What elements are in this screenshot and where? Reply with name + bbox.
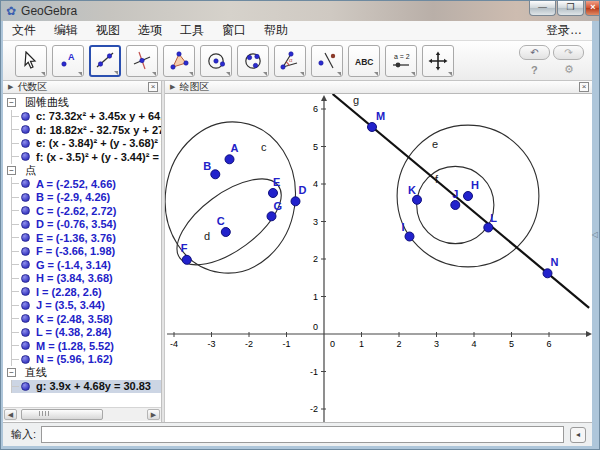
reflect-tool-button[interactable] — [311, 45, 343, 77]
visibility-marble-icon[interactable] — [21, 125, 30, 134]
visibility-marble-icon[interactable] — [21, 112, 30, 121]
visibility-marble-icon[interactable] — [21, 274, 30, 283]
menu-item-0[interactable]: 文件 — [3, 20, 45, 41]
angle-tool-button[interactable]: α — [274, 45, 306, 77]
slider-tool-button[interactable]: a = 2 — [385, 45, 417, 77]
tree-item[interactable]: L = (4.38, 2.84) — [12, 326, 161, 340]
visibility-marble-icon[interactable] — [21, 314, 30, 323]
visibility-marble-icon[interactable] — [21, 341, 30, 350]
point-M[interactable] — [368, 123, 377, 132]
text-tool-button[interactable]: ABC — [348, 45, 380, 77]
tree-item[interactable]: B = (-2.9, 4.26) — [12, 191, 161, 205]
redo-button[interactable]: ↷ — [553, 45, 584, 60]
collapse-minus-icon[interactable]: − — [7, 98, 16, 107]
undo-button[interactable]: ↶ — [519, 45, 550, 60]
tree-item[interactable]: C = (-2.62, 2.72) — [12, 204, 161, 218]
perpendicular-line-tool-button[interactable] — [126, 45, 158, 77]
point-N[interactable] — [543, 269, 552, 278]
menu-item-6[interactable]: 帮助 — [255, 20, 297, 41]
point-E[interactable] — [269, 189, 278, 198]
tree-item[interactable]: d: 18.82x² - 32.75x y + 27.31y² = 21 — [12, 123, 161, 137]
visibility-marble-icon[interactable] — [21, 287, 30, 296]
visibility-marble-icon[interactable] — [21, 193, 30, 202]
point-G[interactable] — [267, 212, 276, 221]
move-view-tool-button[interactable] — [422, 45, 454, 77]
tool-dropdown-arrow-icon[interactable] — [448, 72, 452, 76]
visibility-marble-icon[interactable] — [21, 139, 30, 148]
visibility-marble-icon[interactable] — [21, 382, 30, 391]
algebra-close-icon[interactable]: × — [148, 82, 158, 92]
gear-icon[interactable]: ⚙ — [564, 63, 574, 76]
menu-item-2[interactable]: 视图 — [87, 20, 129, 41]
tree-item[interactable]: A = (-2.52, 4.66) — [12, 177, 161, 191]
point-K[interactable] — [413, 195, 422, 204]
tree-item[interactable]: J = (3.5, 3.44) — [12, 299, 161, 313]
visibility-marble-icon[interactable] — [21, 206, 30, 215]
tool-dropdown-arrow-icon[interactable] — [374, 72, 378, 76]
tool-dropdown-arrow-icon[interactable] — [78, 72, 82, 76]
tree-item[interactable]: e: (x - 3.84)² + (y - 3.68)² = 3.58 — [12, 137, 161, 151]
point-B[interactable] — [211, 170, 220, 179]
menu-item-5[interactable]: 窗口 — [213, 20, 255, 41]
help-icon[interactable]: ? — [531, 64, 538, 76]
scroll-right-icon[interactable]: ▶ — [147, 409, 160, 420]
menu-item-4[interactable]: 工具 — [171, 20, 213, 41]
input-help-toggle-icon[interactable]: ◂ — [570, 427, 586, 443]
tree-group-1[interactable]: −点 — [3, 164, 161, 178]
tree-item[interactable]: c: 73.32x² + 3.45x y + 64.15y² = 33 — [12, 110, 161, 124]
tree-item[interactable]: N = (5.96, 1.62) — [12, 353, 161, 367]
tree-item[interactable]: f: (x - 3.5)² + (y - 3.44)² = 1.06 — [12, 150, 161, 164]
visibility-marble-icon[interactable] — [21, 355, 30, 364]
move-tool-button[interactable] — [15, 45, 47, 77]
conic-five-points-tool-button[interactable] — [237, 45, 269, 77]
tool-dropdown-arrow-icon[interactable] — [41, 72, 45, 76]
close-button[interactable]: × — [585, 1, 600, 16]
algebra-hscrollbar[interactable]: ◀ ▶ — [3, 407, 161, 421]
panel-menu-arrow-icon[interactable]: ▶ — [8, 83, 13, 91]
circle-center-point-tool-button[interactable] — [200, 45, 232, 77]
maximize-button[interactable]: ❐ — [557, 1, 584, 16]
panel-menu-arrow-icon[interactable]: ▶ — [170, 83, 175, 91]
command-input[interactable] — [41, 426, 564, 443]
tool-dropdown-arrow-icon[interactable] — [263, 72, 267, 76]
visibility-marble-icon[interactable] — [21, 233, 30, 242]
tree-item[interactable]: g: 3.9x + 4.68y = 30.83 — [12, 380, 161, 394]
title-bar[interactable]: ✿ GeoGebra — ❐ × — [1, 1, 600, 21]
graphics-canvas[interactable]: -4-3-2-1123456654321-1-200cdefgABCDEFGHI… — [165, 94, 592, 422]
point-I[interactable] — [405, 232, 414, 241]
tree-group-0[interactable]: −圆锥曲线 — [3, 96, 161, 110]
point-J[interactable] — [451, 201, 460, 210]
point-C[interactable] — [221, 228, 230, 237]
tool-dropdown-arrow-icon[interactable] — [152, 72, 156, 76]
point-tool-button[interactable]: A — [52, 45, 84, 77]
visibility-marble-icon[interactable] — [21, 179, 30, 188]
login-button[interactable]: 登录… — [536, 20, 592, 41]
tool-dropdown-arrow-icon[interactable] — [226, 72, 230, 76]
tree-item[interactable]: G = (-1.4, 3.14) — [12, 258, 161, 272]
collapse-minus-icon[interactable]: − — [7, 368, 16, 377]
visibility-marble-icon[interactable] — [21, 328, 30, 337]
menu-item-3[interactable]: 选项 — [129, 20, 171, 41]
line-tool-button[interactable] — [89, 45, 121, 77]
point-D[interactable] — [291, 197, 300, 206]
collapse-minus-icon[interactable]: − — [7, 166, 16, 175]
tree-group-2[interactable]: −直线 — [3, 366, 161, 380]
tool-dropdown-arrow-icon[interactable] — [411, 72, 415, 76]
visibility-marble-icon[interactable] — [21, 260, 30, 269]
polygon-tool-button[interactable] — [163, 45, 195, 77]
tree-item[interactable]: D = (-0.76, 3.54) — [12, 218, 161, 232]
tree-item[interactable]: F = (-3.66, 1.98) — [12, 245, 161, 259]
point-F[interactable] — [182, 255, 191, 264]
visibility-marble-icon[interactable] — [21, 247, 30, 256]
tool-dropdown-arrow-icon[interactable] — [114, 71, 118, 75]
visibility-marble-icon[interactable] — [21, 220, 30, 229]
tree-item[interactable]: H = (3.84, 3.68) — [12, 272, 161, 286]
point-A[interactable] — [225, 155, 234, 164]
tool-dropdown-arrow-icon[interactable] — [189, 72, 193, 76]
minimize-button[interactable]: — — [529, 1, 556, 16]
tool-dropdown-arrow-icon[interactable] — [300, 72, 304, 76]
tree-item[interactable]: E = (-1.36, 3.76) — [12, 231, 161, 245]
visibility-marble-icon[interactable] — [21, 301, 30, 310]
graphics-close-icon[interactable]: × — [579, 82, 589, 92]
menu-item-1[interactable]: 编辑 — [45, 20, 87, 41]
